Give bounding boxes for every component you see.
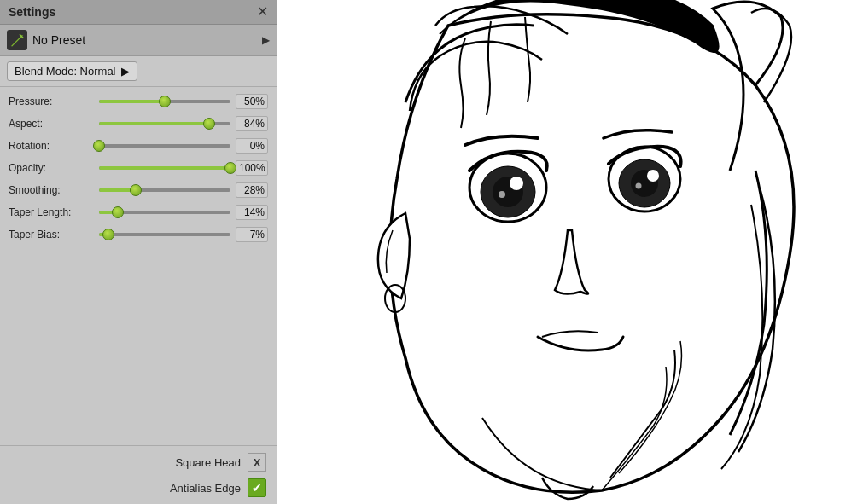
slider-label-smoothing: Smoothing:: [9, 184, 94, 196]
slider-fill-aspect: [99, 122, 209, 125]
preset-arrow-icon: ▶: [262, 34, 270, 46]
slider-value-opacity: 100%: [236, 160, 268, 176]
blend-mode-arrow-icon: ▶: [121, 65, 130, 78]
slider-track-bg-pressure: [99, 100, 230, 103]
slider-row-taper_length: Taper Length:14%: [0, 201, 277, 223]
svg-point-10: [636, 183, 642, 189]
slider-fill-opacity: [99, 166, 230, 170]
slider-row-rotation: Rotation:0%: [0, 135, 277, 157]
slider-value-taper_length: 14%: [236, 205, 268, 220]
svg-point-9: [647, 170, 659, 182]
slider-track-bg-aspect: [99, 122, 230, 125]
slider-thumb-taper_length[interactable]: [112, 206, 124, 218]
canvas-area: [277, 0, 863, 504]
slider-thumb-smoothing[interactable]: [130, 184, 142, 196]
slider-track-bg-rotation: [99, 144, 230, 148]
slider-label-opacity: Opacity:: [9, 162, 94, 174]
blend-mode-row: Blend Mode: Normal ▶: [0, 56, 277, 87]
pen-icon: [7, 30, 27, 50]
check-box-square_head[interactable]: X: [248, 453, 266, 472]
svg-point-5: [499, 191, 505, 198]
slider-track-bg-taper_length: [99, 211, 230, 214]
slider-value-taper_bias: 7%: [236, 227, 268, 242]
check-label-antialias_edge: Antialias Edge: [170, 482, 241, 495]
slider-row-pressure: Pressure:50%: [0, 90, 277, 113]
slider-label-aspect: Aspect:: [9, 118, 94, 130]
slider-track-smoothing[interactable]: [99, 183, 230, 197]
slider-track-bg-smoothing: [99, 188, 230, 192]
slider-track-bg-taper_bias: [99, 233, 230, 236]
slider-label-taper_length: Taper Length:: [9, 206, 94, 218]
slider-thumb-opacity[interactable]: [224, 162, 236, 174]
slider-track-taper_bias[interactable]: [99, 228, 230, 241]
slider-value-rotation: 0%: [236, 138, 268, 154]
slider-value-smoothing: 28%: [236, 182, 268, 198]
slider-track-bg-opacity: [99, 166, 230, 170]
check-row-square_head: Square HeadX: [7, 449, 270, 475]
slider-row-aspect: Aspect:84%: [0, 113, 277, 135]
slider-thumb-aspect[interactable]: [203, 118, 215, 130]
slider-track-opacity[interactable]: [99, 161, 230, 175]
blend-mode-label: Blend Mode: Normal: [15, 65, 116, 78]
slider-track-pressure[interactable]: [99, 95, 230, 108]
slider-track-aspect[interactable]: [99, 117, 230, 130]
slider-thumb-pressure[interactable]: [159, 96, 171, 107]
sidebar: Settings ✕ No Preset ▶ Blend Mode: Norma…: [0, 0, 277, 504]
settings-header: Settings ✕: [0, 0, 277, 25]
slider-row-opacity: Opacity:100%: [0, 157, 277, 179]
slider-row-taper_bias: Taper Bias:7%: [0, 223, 277, 246]
slider-thumb-taper_bias[interactable]: [102, 229, 114, 240]
slider-label-taper_bias: Taper Bias:: [9, 229, 94, 240]
drawing-svg: [277, 0, 863, 504]
drawing-container: [277, 0, 863, 504]
preset-label: No Preset: [32, 33, 257, 47]
slider-value-aspect: 84%: [236, 116, 268, 131]
settings-title: Settings: [9, 5, 55, 19]
sliders-section: Pressure:50%Aspect:84%Rotation:0%Opacity…: [0, 87, 277, 445]
slider-fill-pressure: [99, 100, 165, 103]
svg-point-4: [510, 177, 523, 190]
check-row-antialias_edge: Antialias Edge✔: [7, 475, 270, 501]
preset-row[interactable]: No Preset ▶: [0, 25, 277, 56]
slider-label-rotation: Rotation:: [9, 140, 94, 152]
slider-label-pressure: Pressure:: [9, 96, 94, 107]
slider-value-pressure: 50%: [236, 94, 268, 109]
slider-track-taper_length[interactable]: [99, 206, 230, 219]
check-box-antialias_edge[interactable]: ✔: [248, 478, 266, 497]
check-label-square_head: Square Head: [175, 456, 241, 469]
close-button[interactable]: ✕: [257, 5, 268, 19]
slider-row-smoothing: Smoothing:28%: [0, 179, 277, 201]
checks-section: Square HeadXAntialias Edge✔: [0, 445, 277, 504]
slider-track-rotation[interactable]: [99, 139, 230, 153]
slider-thumb-rotation[interactable]: [93, 140, 105, 152]
blend-mode-button[interactable]: Blend Mode: Normal ▶: [7, 61, 137, 81]
